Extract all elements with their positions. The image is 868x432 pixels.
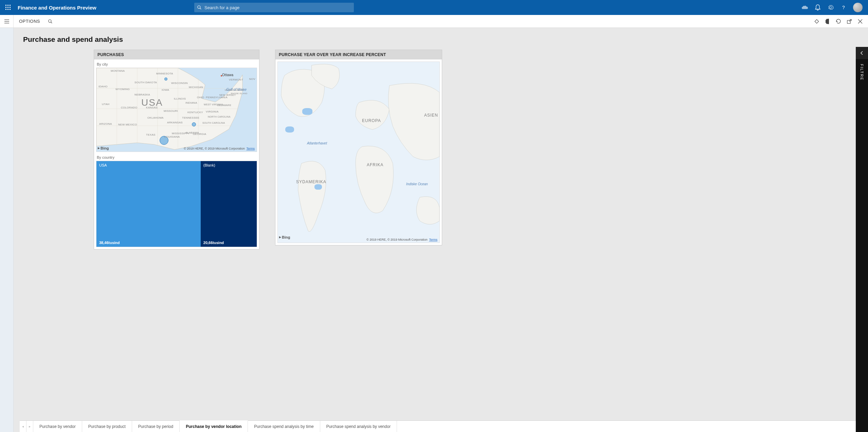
label-europe: EUROPA xyxy=(362,118,381,123)
map-attribution-2: © 2019 HERE, © 2019 Microsoft Corporatio… xyxy=(366,238,437,241)
filter-collapse-icon[interactable] xyxy=(856,47,868,59)
sub-bar-tools xyxy=(814,18,868,24)
terms-link[interactable]: Terms xyxy=(247,147,255,150)
page-title: Purchase and spend analysis xyxy=(14,28,868,50)
svg-rect-6 xyxy=(5,9,6,10)
svg-rect-1 xyxy=(7,5,8,6)
card-yoy: PURCHASE YEAR OVER YEAR INCREASE PERCENT xyxy=(275,50,442,245)
bing-attribution: ▸Bing xyxy=(98,146,109,150)
by-country-label: By country xyxy=(96,155,257,161)
svg-point-15 xyxy=(49,19,51,22)
tab-purchase-spend-analysis-by-time[interactable]: Purchase spend analysis by time xyxy=(248,421,320,432)
gear-icon[interactable] xyxy=(827,4,834,11)
label-asia: ASIEN xyxy=(424,113,438,118)
avatar[interactable] xyxy=(853,3,863,12)
popout-icon[interactable] xyxy=(846,18,852,24)
map-highlight xyxy=(302,108,312,115)
treemap-label-usa: USA xyxy=(99,163,107,167)
map-highlight xyxy=(314,184,322,190)
city-bubble-small[interactable] xyxy=(164,77,167,81)
search-icon xyxy=(197,5,202,10)
svg-rect-8 xyxy=(10,9,11,10)
hamburger-icon[interactable] xyxy=(0,15,14,28)
diamond-icon[interactable] xyxy=(814,18,820,24)
purchases-by-city-map[interactable]: USA Ottawa Gulf of Maine MONTANA IDAHO W… xyxy=(96,68,257,152)
ottawa-label: Ottawa xyxy=(222,73,233,77)
sub-bar: OPTIONS xyxy=(0,15,868,28)
svg-rect-4 xyxy=(7,7,8,8)
bing-attribution-2: ▸Bing xyxy=(279,235,290,239)
map-highlight xyxy=(285,126,294,133)
card-yoy-title: PURCHASE YEAR OVER YEAR INCREASE PERCENT xyxy=(275,50,442,59)
svg-point-9 xyxy=(198,6,200,8)
filter-label[interactable]: FILTRE xyxy=(860,64,864,81)
close-icon[interactable] xyxy=(857,18,863,24)
svg-rect-3 xyxy=(5,7,6,8)
svg-text:?: ? xyxy=(842,5,845,10)
svg-rect-2 xyxy=(10,5,11,6)
tab-purchase-by-product[interactable]: Purchase by product xyxy=(82,421,132,432)
map-attribution: © 2019 HERE, © 2019 Microsoft Corporatio… xyxy=(184,147,255,150)
terms-link-2[interactable]: Terms xyxy=(429,238,438,241)
tab-purchase-by-vendor-location[interactable]: Purchase by vendor location xyxy=(180,420,248,432)
office-icon[interactable] xyxy=(825,18,831,24)
refresh-icon[interactable] xyxy=(835,18,842,24)
svg-rect-7 xyxy=(7,9,8,10)
treemap-value-usa: 38,46tusind xyxy=(99,241,120,245)
tab-purchase-by-vendor[interactable]: Purchase by vendor xyxy=(33,421,82,432)
app-launcher-icon[interactable] xyxy=(3,2,14,13)
global-search[interactable] xyxy=(194,3,354,12)
tabs-prev-icon[interactable]: ◂ xyxy=(20,421,26,432)
purchases-by-country-treemap[interactable]: USA 38,46tusind (Blank) 20,66tusind xyxy=(96,161,257,247)
bell-icon[interactable] xyxy=(814,4,821,11)
page-search-icon[interactable] xyxy=(46,19,55,24)
main-content: Purchase and spend analysis PURCHASES By… xyxy=(14,28,868,432)
app-bar: Finance and Operations Preview ? xyxy=(0,0,868,15)
tab-purchase-by-period[interactable]: Purchase by period xyxy=(132,421,180,432)
treemap-tile-usa[interactable]: USA 38,46tusind xyxy=(96,161,201,247)
card-purchases: PURCHASES By city xyxy=(94,50,259,249)
label-atlantic: Atlanterhavet xyxy=(307,141,327,145)
yoy-world-map[interactable]: EUROPA ASIEN AFRIKA SYDAMERIKA Atlanterh… xyxy=(277,62,440,243)
by-city-label: By city xyxy=(96,62,257,68)
treemap-label-blank: (Blank) xyxy=(203,163,215,167)
treemap-tile-blank[interactable]: (Blank) 20,66tusind xyxy=(201,161,257,247)
label-indian: Indiske Ocean xyxy=(406,182,428,186)
options-menu[interactable]: OPTIONS xyxy=(14,19,46,24)
svg-rect-0 xyxy=(5,5,6,6)
tabs-next-icon[interactable]: ▸ xyxy=(26,421,33,432)
card-purchases-title: PURCHASES xyxy=(94,50,259,59)
svg-rect-17 xyxy=(815,19,818,23)
svg-line-10 xyxy=(200,8,201,10)
left-rail xyxy=(0,28,14,432)
app-title: Finance and Operations Preview xyxy=(18,5,96,11)
tab-purchase-spend-analysis-by-vendor[interactable]: Purchase spend analysis by vendor xyxy=(320,421,397,432)
report-tabs: ◂ ▸ Purchase by vendor Purchase by produ… xyxy=(20,420,868,432)
svg-rect-5 xyxy=(10,7,11,8)
header-right-icons: ? xyxy=(801,3,865,12)
search-input[interactable] xyxy=(204,5,351,10)
city-bubble-medium[interactable] xyxy=(192,122,196,126)
cloud-icon[interactable] xyxy=(801,4,808,11)
svg-line-16 xyxy=(51,22,52,23)
treemap-value-blank: 20,66tusind xyxy=(203,241,224,245)
label-africa: AFRIKA xyxy=(367,162,383,167)
label-south-america: SYDAMERIKA xyxy=(296,179,326,184)
filter-rail: FILTRE xyxy=(856,47,868,432)
help-icon[interactable]: ? xyxy=(840,4,847,11)
